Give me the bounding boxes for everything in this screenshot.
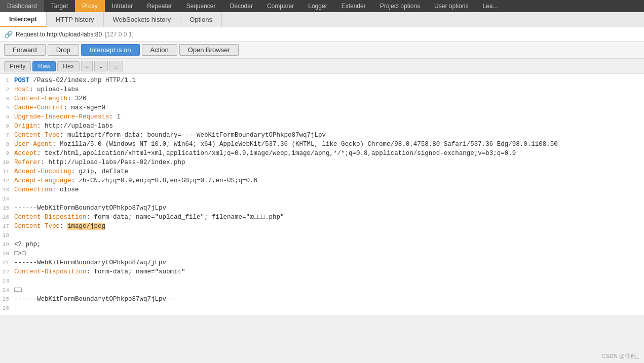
request-url: Request to http://upload-labs:80 <box>16 31 102 38</box>
line-content: Content-Type: multipart/form-data; bound… <box>14 131 644 140</box>
line-content: Content-Disposition: form-data; name="su… <box>14 267 644 276</box>
line-number: 25 <box>0 295 14 304</box>
top-nav-item-user-options[interactable]: User options <box>427 0 475 12</box>
code-editor[interactable]: 1POST /Pass-02/index.php HTTP/1.12Host: … <box>0 74 644 315</box>
line-number: 14 <box>0 194 14 204</box>
top-nav-item-comparer[interactable]: Comparer <box>260 0 301 12</box>
action-button[interactable]: Action <box>142 44 177 56</box>
request-bar: 🔗 Request to http://upload-labs:80 [127.… <box>0 27 644 42</box>
line-number: 5 <box>0 112 14 122</box>
line-number: 19 <box>0 240 14 249</box>
sub-nav-item-intercept[interactable]: Intercept <box>0 12 47 27</box>
line-content: ------WebKitFormBoundarytOPhkpo87wq7jLpv… <box>14 295 644 304</box>
table-row: 23 <box>0 276 644 286</box>
line-number: 15 <box>0 204 14 213</box>
line-content: POST /Pass-02/index.php HTTP/1.1 <box>14 76 644 85</box>
line-number: 17 <box>0 222 14 231</box>
line-content: Upgrade-Insecure-Requests: 1 <box>14 112 644 122</box>
table-row: 20□>□ <box>0 249 644 258</box>
pretty-button[interactable]: Pretty <box>4 61 31 71</box>
raw-button[interactable]: Raw <box>32 61 56 71</box>
top-navigation: DashboardTargetProxyIntruderRepeaterSequ… <box>0 0 644 12</box>
table-row: 19<? php; <box>0 240 644 249</box>
table-row: 25------WebKitFormBoundarytOPhkpo87wq7jL… <box>0 295 644 304</box>
line-content: □>□ <box>14 249 644 258</box>
line-number: 6 <box>0 122 14 131</box>
line-content <box>14 231 644 240</box>
open-browser-button[interactable]: Open Browser <box>179 44 239 56</box>
table-row: 13Connection: close <box>0 185 644 194</box>
line-content: Accept: text/html,application/xhtml+xml,… <box>14 149 644 158</box>
request-ip: [127.0.0.1] <box>105 31 134 38</box>
table-row: 9Accept: text/html,application/xhtml+xml… <box>0 149 644 158</box>
line-number: 2 <box>0 85 14 94</box>
line-number: 4 <box>0 103 14 112</box>
sub-nav-item-options[interactable]: Options <box>180 12 222 27</box>
table-row: 2Host: upload-labs <box>0 85 644 94</box>
line-content: Content-Length: 326 <box>14 94 644 103</box>
line-content: ------WebKitFormBoundarytOPhkpo87wq7jLpv <box>14 258 644 267</box>
table-row: 1POST /Pass-02/index.php HTTP/1.1 <box>0 76 644 85</box>
table-row: 16Content-Disposition: form-data; name="… <box>0 213 644 222</box>
line-number: 18 <box>0 231 14 240</box>
line-number: 8 <box>0 140 14 149</box>
top-nav-item-target[interactable]: Target <box>44 0 75 12</box>
top-nav-item-project-options[interactable]: Project options <box>373 0 427 12</box>
hex-button[interactable]: Hex <box>57 61 79 71</box>
sub-navigation: InterceptHTTP historyWebSockets historyO… <box>0 12 644 27</box>
drop-button[interactable]: Drop <box>48 44 79 56</box>
line-content: Host: upload-labs <box>14 85 644 94</box>
line-number: 11 <box>0 167 14 176</box>
top-nav-item-decoder[interactable]: Decoder <box>223 0 260 12</box>
sub-nav-item-websockets-history[interactable]: WebSockets history <box>104 12 181 27</box>
table-row: 3Content-Length: 326 <box>0 94 644 103</box>
top-nav-item-logger[interactable]: Logger <box>301 0 334 12</box>
line-number: 20 <box>0 249 14 258</box>
top-nav-item-extender[interactable]: Extender <box>334 0 373 12</box>
sub-nav-item-http-history[interactable]: HTTP history <box>47 12 104 27</box>
top-nav-item-dashboard[interactable]: Dashboard <box>0 0 44 12</box>
top-nav-item-learn[interactable]: Lea... <box>475 0 505 12</box>
top-nav-item-proxy[interactable]: Proxy <box>75 0 105 12</box>
line-number: 24 <box>0 286 14 295</box>
line-number: 21 <box>0 258 14 267</box>
table-row: 12Accept-Language: zh-CN,zh;q=0.9,en;q=0… <box>0 176 644 185</box>
top-nav-item-repeater[interactable]: Repeater <box>140 0 179 12</box>
table-row: 18 <box>0 231 644 240</box>
watermark: CSDN @仔籼_ <box>601 352 639 360</box>
table-row: 21------WebKitFormBoundarytOPhkpo87wq7jL… <box>0 258 644 267</box>
table-row: 6Origin: http://upload-labs <box>0 122 644 131</box>
forward-button[interactable]: Forward <box>4 44 46 56</box>
list-icon[interactable]: ≡ <box>81 61 93 71</box>
line-number: 22 <box>0 267 14 276</box>
table-row: 15------WebKitFormBoundarytOPhkpo87wq7jL… <box>0 204 644 213</box>
table-row: 4Cache-Control: max-age=0 <box>0 103 644 112</box>
link-icon: 🔗 <box>4 30 13 38</box>
lines-icon[interactable]: ≣ <box>109 61 123 71</box>
line-number: 12 <box>0 176 14 185</box>
table-row: 17Content-Type: image/jpeg <box>0 222 644 231</box>
top-nav-item-sequencer[interactable]: Sequencer <box>179 0 223 12</box>
line-content: <? php; <box>14 240 644 249</box>
line-content: ------WebKitFormBoundarytOPhkpo87wq7jLpv <box>14 204 644 213</box>
table-row: 10Referer: http://upload-labs/Pass-02/in… <box>0 158 644 167</box>
line-content: Origin: http://upload-labs <box>14 122 644 131</box>
line-number: 16 <box>0 213 14 222</box>
line-content: □□ <box>14 286 644 295</box>
line-number: 23 <box>0 276 14 286</box>
line-number: 1 <box>0 76 14 85</box>
line-content: Cache-Control: max-age=0 <box>14 103 644 112</box>
line-content: Connection: close <box>14 185 644 194</box>
format-bar: Pretty Raw Hex ≡ ⌄ ≣ <box>0 59 644 74</box>
line-number: 7 <box>0 131 14 140</box>
line-content: Referer: http://upload-labs/Pass-02/inde… <box>14 158 644 167</box>
line-content: Accept-Encoding: gzip, deflate <box>14 167 644 176</box>
wrap-icon[interactable]: ⌄ <box>94 61 108 71</box>
table-row: 14 <box>0 194 644 204</box>
table-row: 22Content-Disposition: form-data; name="… <box>0 267 644 276</box>
line-number: 13 <box>0 185 14 194</box>
line-content <box>14 194 644 204</box>
intercept-toggle[interactable]: Intercept is on <box>81 44 140 56</box>
top-nav-item-intruder[interactable]: Intruder <box>105 0 140 12</box>
action-bar: Forward Drop Intercept is on Action Open… <box>0 42 644 59</box>
